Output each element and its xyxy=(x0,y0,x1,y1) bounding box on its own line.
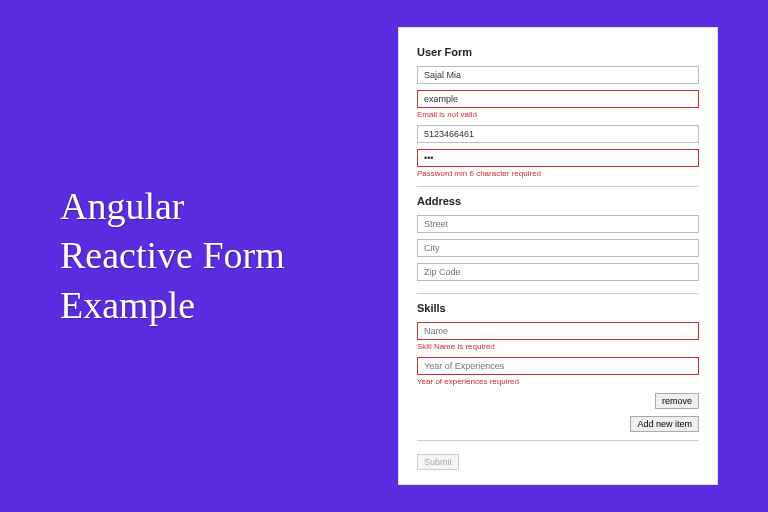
page-title: Angular Reactive Form Example xyxy=(60,182,378,330)
skill-name-error: Skill Name is required xyxy=(417,342,699,351)
title-line-1: Angular xyxy=(60,185,185,227)
password-field[interactable] xyxy=(417,149,699,167)
skills-heading: Skills xyxy=(417,302,699,314)
form-card: User Form Email is not valid Password mi… xyxy=(398,27,718,485)
submit-button[interactable]: Submit xyxy=(417,454,459,470)
divider xyxy=(417,440,699,441)
email-field[interactable] xyxy=(417,90,699,108)
title-line-3: Example xyxy=(60,284,195,326)
email-error: Email is not valid xyxy=(417,110,699,119)
user-form-heading: User Form xyxy=(417,46,699,58)
zip-field[interactable] xyxy=(417,263,699,281)
address-heading: Address xyxy=(417,195,699,207)
divider xyxy=(417,293,699,294)
skill-name-field[interactable] xyxy=(417,322,699,340)
phone-field[interactable] xyxy=(417,125,699,143)
skill-years-field[interactable] xyxy=(417,357,699,375)
divider xyxy=(417,186,699,187)
remove-button[interactable]: remove xyxy=(655,393,699,409)
name-field[interactable] xyxy=(417,66,699,84)
add-item-button[interactable]: Add new item xyxy=(630,416,699,432)
city-field[interactable] xyxy=(417,239,699,257)
street-field[interactable] xyxy=(417,215,699,233)
skill-years-error: Year of experiences required xyxy=(417,377,699,386)
password-error: Password min 6 character required xyxy=(417,169,699,178)
title-line-2: Reactive Form xyxy=(60,234,285,276)
